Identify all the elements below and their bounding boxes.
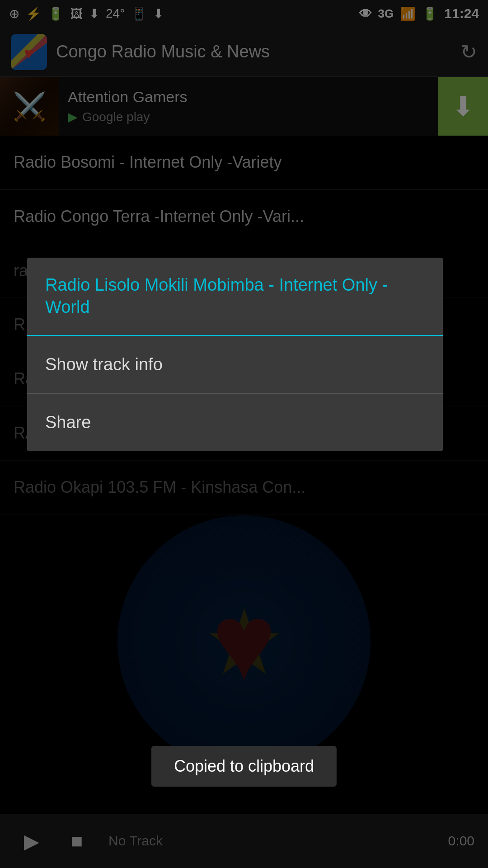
- toast-notification: Copied to clipboard: [151, 746, 337, 787]
- context-menu-title: Radio Lisolo Mokili Mobimba - Internet O…: [45, 274, 425, 319]
- context-overlay[interactable]: Radio Lisolo Mokili Mobimba - Internet O…: [0, 0, 488, 868]
- share-item[interactable]: Share: [27, 394, 443, 451]
- context-menu-header: Radio Lisolo Mokili Mobimba - Internet O…: [27, 258, 443, 336]
- toast-message: Copied to clipboard: [174, 757, 314, 775]
- show-track-info-item[interactable]: Show track info: [27, 336, 443, 394]
- context-menu: Radio Lisolo Mokili Mobimba - Internet O…: [27, 258, 443, 451]
